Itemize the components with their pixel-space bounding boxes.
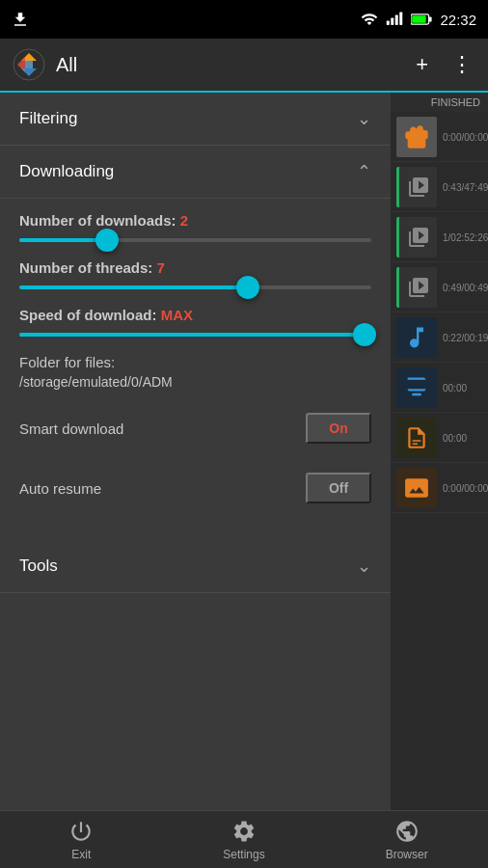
dl-thumb-monitor <box>396 367 437 408</box>
dl-thumb-video1 <box>396 167 437 207</box>
status-bar: 22:32 <box>0 0 488 39</box>
dl-info: 0:49/00:49 <box>443 281 482 293</box>
folder-info: Folder for files: /storage/emulated/0/AD… <box>19 354 371 390</box>
settings-panel: Filtering ⌄ Downloading ⌃ Number of down… <box>0 93 391 810</box>
dl-time: 0:00/00:00 <box>443 483 482 494</box>
dl-info: 0:43/47:49 <box>443 180 482 193</box>
num-threads-label: Number of threads: 7 <box>19 259 371 276</box>
dl-time: 00:00 <box>443 383 482 393</box>
smart-download-row: Smart download On <box>19 407 371 449</box>
dl-thumb-archive <box>396 117 437 157</box>
dl-time: 1/02:52:26 <box>443 232 482 243</box>
main-layout: Filtering ⌄ Downloading ⌃ Number of down… <box>0 93 488 810</box>
num-downloads-slider-thumb[interactable] <box>95 229 119 252</box>
smart-download-label: Smart download <box>19 420 123 437</box>
dl-info: 1/02:52:26 <box>443 231 482 243</box>
num-threads-slider-track[interactable] <box>19 285 371 289</box>
status-left-icons <box>12 11 29 28</box>
num-downloads-label: Number of downloads: 2 <box>19 212 371 229</box>
downloading-chevron: ⌃ <box>357 161 371 182</box>
dl-time: 0:43/47:49 <box>443 182 482 193</box>
auto-resume-toggle[interactable]: Off <box>306 473 371 503</box>
dl-thumb-doc <box>396 418 437 458</box>
auto-resume-row: Auto resume Off <box>19 467 371 509</box>
tools-chevron: ⌄ <box>357 556 371 577</box>
dl-thumb-video2 <box>396 217 437 258</box>
downloads-panel: FINISHED 0:00/00:00 0:43/47:49 <box>391 93 488 810</box>
dl-info: 0:00/00:00 <box>443 481 482 494</box>
add-button[interactable]: + <box>412 48 432 81</box>
svg-rect-0 <box>387 21 390 26</box>
svg-rect-6 <box>429 16 432 21</box>
dl-thumb-video3 <box>396 267 437 308</box>
dl-time: 0:00/00:00 <box>443 132 482 143</box>
speed-download-row: Speed of download: MAX <box>19 307 371 337</box>
downloading-section-content: Number of downloads: 2 Number of threads… <box>0 199 391 540</box>
list-item[interactable]: 00:00 <box>391 413 488 463</box>
status-right-icons: 22:32 <box>361 11 476 28</box>
downloading-title: Downloading <box>19 162 114 181</box>
downloading-section-header[interactable]: Downloading ⌃ <box>0 146 391 199</box>
settings-button[interactable]: Settings <box>205 819 283 861</box>
svg-rect-1 <box>392 18 394 26</box>
time-display: 22:32 <box>440 12 476 28</box>
num-downloads-slider-track[interactable] <box>19 238 371 242</box>
signal-icon <box>386 11 403 28</box>
battery-icon <box>411 13 432 26</box>
svg-rect-2 <box>395 15 398 26</box>
toolbar-actions: + ⋮ <box>412 48 476 81</box>
list-item[interactable]: 0:49/00:49 <box>391 262 488 312</box>
num-downloads-slider-fill <box>19 238 107 242</box>
dl-time: 0:22/00:19 <box>443 333 482 343</box>
list-item[interactable]: 1/02:52:26 <box>391 212 488 262</box>
browser-button[interactable]: Browser <box>368 819 446 861</box>
exit-button[interactable]: Exit <box>42 819 120 861</box>
settings-label: Settings <box>223 848 264 861</box>
list-item[interactable]: 0:00/00:00 <box>391 463 488 513</box>
finished-label: FINISHED <box>391 93 488 112</box>
tools-section-header[interactable]: Tools ⌄ <box>0 540 391 593</box>
list-item[interactable]: 0:00/00:00 <box>391 112 488 162</box>
speed-download-slider-thumb[interactable] <box>353 323 376 346</box>
list-item[interactable]: 00:00 <box>391 363 488 413</box>
dl-info: 0:00/00:00 <box>443 130 482 143</box>
num-downloads-row: Number of downloads: 2 <box>19 212 371 242</box>
speed-download-label: Speed of download: MAX <box>19 307 371 323</box>
toolbar: All + ⋮ <box>0 39 488 93</box>
svg-rect-5 <box>413 15 426 23</box>
dl-info: 00:00 <box>443 431 482 444</box>
bottom-bar: Exit Settings Browser <box>0 810 488 868</box>
gear-icon <box>231 819 257 844</box>
app-logo <box>12 47 46 82</box>
filtering-chevron: ⌄ <box>357 108 371 129</box>
num-threads-slider-thumb[interactable] <box>236 276 259 299</box>
dl-time: 00:00 <box>443 433 482 444</box>
dl-time: 0:49/00:49 <box>443 283 482 293</box>
dl-info: 0:22/00:19 <box>443 331 482 343</box>
exit-label: Exit <box>71 848 91 861</box>
folder-label: Folder for files: <box>19 354 371 370</box>
svg-rect-3 <box>400 13 403 26</box>
toolbar-title: All <box>56 54 412 76</box>
num-threads-slider-fill <box>19 285 248 289</box>
menu-button[interactable]: ⋮ <box>447 48 476 81</box>
list-item[interactable]: 0:22/00:19 <box>391 312 488 363</box>
speed-download-slider-fill <box>19 333 365 337</box>
folder-path: /storage/emulated/0/ADM <box>19 374 371 390</box>
speed-download-slider-track[interactable] <box>19 333 371 337</box>
download-icon <box>12 11 29 28</box>
num-threads-row: Number of threads: 7 <box>19 259 371 289</box>
tools-title: Tools <box>19 556 58 576</box>
dl-thumb-image <box>396 468 437 508</box>
globe-icon <box>394 819 420 844</box>
wifi-icon <box>361 11 378 28</box>
filtering-title: Filtering <box>19 109 77 128</box>
auto-resume-label: Auto resume <box>19 480 101 497</box>
list-item[interactable]: 0:43/47:49 <box>391 162 488 212</box>
power-icon <box>68 819 94 844</box>
filtering-section-header[interactable]: Filtering ⌄ <box>0 93 391 146</box>
smart-download-toggle[interactable]: On <box>306 413 371 444</box>
browser-label: Browser <box>386 848 428 861</box>
dl-info: 00:00 <box>443 381 482 393</box>
dl-thumb-audio <box>396 317 437 358</box>
